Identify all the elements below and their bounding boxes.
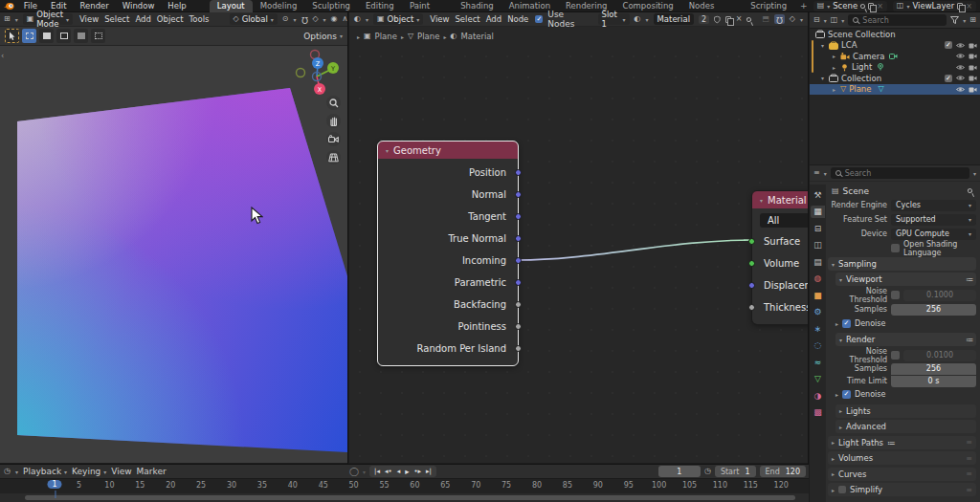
breadcrumb-object[interactable]: Plane [375,32,397,41]
toolbar-collapse-arrow[interactable]: ‹ [1,52,4,60]
mode-dropdown[interactable]: ▣ Object Mode ▾ [23,13,73,25]
noise-threshold-checkbox[interactable] [891,291,900,299]
outliner-row-camera[interactable]: ▸ Camera [810,51,980,62]
input-socket-icon[interactable] [748,238,755,245]
denoise-checkbox[interactable]: ✓ [842,319,851,328]
timeline-tick[interactable]: 120 [774,481,789,490]
property-tab[interactable]: ▦ [811,206,825,218]
snap-magnet-icon[interactable]: Ω [301,15,308,24]
viewlayer-selector[interactable]: ◫▾ ViewLayer × [893,1,976,11]
pin-icon[interactable] [967,187,973,194]
new-scene-icon[interactable] [868,3,874,10]
node-output-row[interactable]: Pointiness [378,316,518,338]
output-socket-icon[interactable] [515,301,522,308]
timeline-tick[interactable]: 95 [624,481,634,490]
property-tab[interactable]: ■ [811,289,825,301]
timeline-tick[interactable]: 115 [744,481,758,490]
timeline-tick[interactable]: 60 [410,481,419,490]
exclude-checkbox[interactable]: ✓ [945,41,952,49]
orientation-dropdown[interactable]: ◇ Global ▾ [230,13,278,25]
denoise-checkbox[interactable]: ✓ [842,390,851,399]
jump-to-start-button[interactable]: |◂ [372,467,382,476]
workspace-tab[interactable]: Shading [453,0,501,12]
timeline-tick[interactable]: 45 [319,481,328,490]
expand-caret-icon[interactable]: ▸ [831,53,837,59]
output-socket-icon[interactable] [515,191,522,198]
volumes-panel[interactable]: ▸ Volumes ≡ [828,451,976,465]
select-box-button[interactable] [22,29,36,43]
viewport-canvas[interactable]: ‹ Z Y X [0,46,347,463]
render-sampling-header[interactable]: ▾ Render ≔ [835,333,976,346]
next-keyframe-button[interactable]: •▸ [412,467,423,476]
node-output-row[interactable]: Parametric [378,272,518,294]
viewport-menu[interactable]: View [78,14,100,24]
blender-logo-icon[interactable] [3,1,15,11]
property-tab[interactable]: ∗ [811,322,825,335]
curves-panel[interactable]: ▸ Curves ≡ [828,468,976,481]
timeline-tick[interactable]: 100 [652,481,666,490]
node-output-row[interactable]: True Normal [378,228,518,250]
shader-editor-menu[interactable]: Add [484,14,503,24]
filter-mode-icon[interactable]: ◫ [831,16,838,24]
breadcrumb-scene[interactable]: Scene [843,186,869,196]
workspace-tab[interactable]: Sculpting [304,0,358,12]
drag-grip-icon[interactable]: ≡ [966,454,972,463]
material-node-header[interactable]: ▾ Material [752,191,808,208]
node-output-row[interactable]: Position [378,162,518,184]
editor-type-clock-icon[interactable]: ◷ [4,468,11,475]
material-users-count[interactable]: 2 [699,15,709,24]
expand-caret-icon[interactable]: ▾ [819,42,826,49]
input-socket-icon[interactable] [748,260,755,267]
eye-icon[interactable] [956,86,965,93]
auto-keying-clock-icon[interactable]: ◷ [704,468,711,475]
eye-icon[interactable] [956,53,965,59]
outliner-row-collection[interactable]: ▾ Collection ✓ [810,73,980,84]
render-engine-dropdown[interactable]: Cycles ▾ [891,200,976,211]
viewport-menu[interactable]: Select [102,14,131,24]
view-menu[interactable]: View [111,467,131,476]
collapse-caret-icon[interactable]: ▾ [386,147,389,154]
timeline-scrollbar[interactable] [0,493,809,502]
light-paths-panel[interactable]: ▸ Light Paths ≔ ≡ [828,436,976,449]
select-intersect-button[interactable] [91,29,105,43]
workspace-tab[interactable]: Modeling [253,0,305,12]
node-output-row[interactable]: Tangent [378,206,518,228]
expand-caret-icon[interactable]: ▸ [831,86,837,93]
pin-icon[interactable] [859,3,866,10]
fake-user-shield-icon[interactable] [714,15,721,24]
timeline-tick[interactable]: 90 [593,481,603,490]
use-nodes-checkbox[interactable]: ✓ [535,15,543,23]
workspace-tab[interactable]: Geometry Nodes [681,0,744,12]
feature-set-dropdown[interactable]: Supported ▾ [891,214,976,226]
material-output-node[interactable]: ▾ Material All Surface Volume [752,191,808,324]
record-icon[interactable]: ◯ [349,467,359,476]
properties-search-input[interactable] [845,169,965,178]
osl-checkbox[interactable] [891,244,900,252]
node-input-row[interactable]: Surface [752,230,808,252]
property-tab[interactable]: ⊟ [811,222,825,234]
outliner-row-scene-collection[interactable]: Scene Collection [810,29,980,40]
shader-editor-menu[interactable]: View [428,14,451,24]
output-socket-icon[interactable] [515,279,522,286]
viewport-sampling-header[interactable]: ▾ Viewport ≔ [835,273,976,286]
timeline-tick[interactable]: 1 [47,480,61,489]
snapping-toggle[interactable]: Ω [774,14,785,24]
property-tab[interactable]: ▽ [811,373,825,385]
device-dropdown[interactable]: GPU Compute ▾ [891,229,976,240]
eye-icon[interactable] [956,75,965,81]
output-socket-icon[interactable] [515,257,522,264]
breadcrumb-material[interactable]: Material [460,32,494,41]
property-tab[interactable]: ◑ [811,389,825,402]
output-socket-icon[interactable] [515,169,522,176]
close-icon[interactable]: × [966,2,972,11]
eye-icon[interactable] [956,42,965,49]
snap-with-icon[interactable]: ◇ [312,15,318,23]
viewport-noise-threshold-field[interactable]: 0.1000 [903,290,976,301]
current-frame-field[interactable]: 1 [658,466,701,477]
play-reverse-button[interactable]: ◂ [395,467,403,476]
preset-menu-icon[interactable]: ≔ [887,438,896,447]
navigation-gizmo[interactable]: Z Y X [293,49,341,97]
workspace-tab[interactable]: Scripting [743,0,794,12]
node-output-row[interactable]: Normal [378,184,518,206]
node-canvas[interactable]: ▾ Geometry Position Normal Tangent [349,46,808,463]
